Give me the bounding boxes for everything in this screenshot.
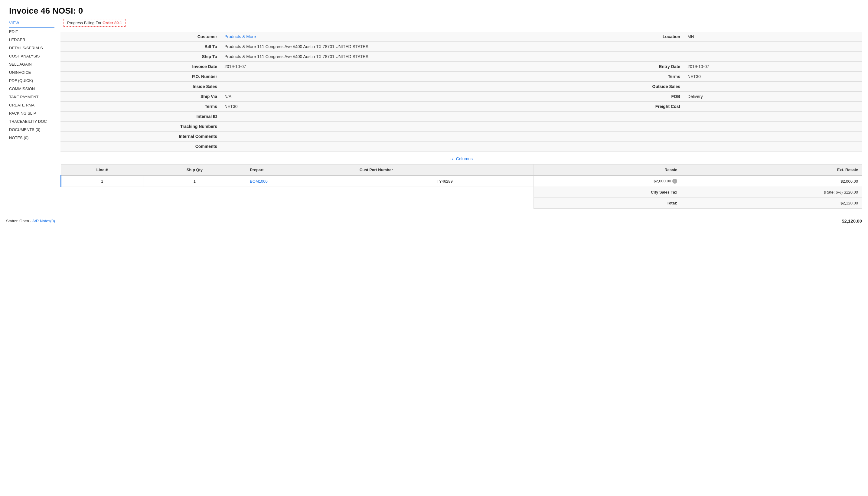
outside-sales-label: Outside Sales: [524, 82, 684, 92]
info-table: Customer Products & More Location MN Bil…: [61, 32, 862, 152]
ar-notes-link[interactable]: A/R Notes(0): [32, 219, 55, 223]
invoice-date-row: Invoice Date 2019-10-07 Entry Date 2019-…: [61, 62, 862, 72]
tracking-numbers-label: Tracking Numbers: [61, 122, 221, 131]
invoice-date-label: Invoice Date: [61, 62, 221, 72]
freight-cost-value: [684, 102, 862, 112]
page-title: Invoice 46 NOSI: 0: [0, 0, 868, 19]
total-row: Total: $2,120.00: [61, 198, 862, 209]
city-sales-tax-label: City Sales Tax: [534, 187, 681, 198]
terms-label: Terms: [61, 102, 221, 112]
sidebar-item-view[interactable]: VIEW: [9, 19, 55, 28]
ship-to-value: Products & More 111 Congress Ave #400 Au…: [221, 52, 862, 62]
progress-billing-badge[interactable]: Progress Billing For Order 89.1: [63, 19, 125, 27]
terms-top-value: NET30: [684, 72, 862, 82]
sidebar-item-sell-again[interactable]: SELL AGAIN: [9, 60, 55, 68]
tracking-numbers-value: [221, 122, 862, 131]
customer-link[interactable]: Products & More: [224, 34, 256, 39]
invoice-date-value: 2019-10-07: [221, 62, 524, 72]
inside-sales-label: Inside Sales: [61, 82, 221, 92]
sidebar-item-create-rma[interactable]: CREATE RMA: [9, 101, 55, 109]
table-header-ship-qty: Ship Qty: [143, 165, 246, 176]
bill-to-row: Bill To Products & More 111 Congress Ave…: [61, 42, 862, 52]
internal-id-label: Internal ID: [61, 112, 221, 122]
sidebar: VIEWEDITLEDGERDETAILS/SERIALSCOST ANALYS…: [0, 19, 55, 142]
sidebar-item-packing-slip[interactable]: PACKING SLIP: [9, 109, 55, 117]
ship-via-row: Ship Via N/A FOB Delivery: [61, 92, 862, 102]
comments-value: [221, 141, 862, 152]
table-header-ext--resale: Ext. Resale: [681, 165, 862, 176]
sidebar-item-pdf--quick-[interactable]: PDF (QUICK): [9, 77, 55, 85]
internal-comments-value: [221, 131, 862, 141]
terms-row: Terms NET30 Freight Cost: [61, 102, 862, 112]
inside-sales-value: [221, 82, 524, 92]
entry-date-value: 2019-10-07: [684, 62, 862, 72]
internal-comments-row: Internal Comments: [61, 131, 862, 141]
location-label: Location: [524, 32, 684, 42]
info-icon[interactable]: i: [672, 179, 677, 184]
po-number-value: [221, 72, 524, 82]
sidebar-item-details-serials[interactable]: DETAILS/SERIALS: [9, 44, 55, 52]
total-value: $2,120.00: [681, 198, 862, 209]
table-header-prcpart: Prcpart: [246, 165, 356, 176]
columns-link[interactable]: +/- Columns: [61, 156, 862, 161]
ship-to-row: Ship To Products & More 111 Congress Ave…: [61, 52, 862, 62]
grand-total: $2,120.00: [842, 218, 862, 223]
sidebar-item-edit[interactable]: EDIT: [9, 28, 55, 36]
inside-outside-sales-row: Inside Sales Outside Sales: [61, 82, 862, 92]
ship-via-label: Ship Via: [61, 92, 221, 102]
table-header-resale: Resale: [534, 165, 681, 176]
prcpart-link[interactable]: BOM1000: [250, 179, 268, 184]
sidebar-item-notes--0-[interactable]: NOTES (0): [9, 134, 55, 142]
main-content: Progress Billing For Order 89.1 Customer…: [55, 19, 868, 215]
sidebar-item-ledger[interactable]: LEDGER: [9, 36, 55, 44]
data-table: Line #Ship QtyPrcpartCust Part NumberRes…: [61, 164, 862, 209]
table-row: 11BOM1000TY46289$2,000.00i$2,000.00: [61, 175, 862, 187]
terms-value: NET30: [221, 102, 524, 112]
internal-comments-label: Internal Comments: [61, 131, 221, 141]
internal-id-value: [221, 112, 862, 122]
table-cell-2: BOM1000: [246, 175, 356, 187]
fob-label: FOB: [524, 92, 684, 102]
table-cell-5: $2,000.00: [681, 175, 862, 187]
sidebar-item-take-payment[interactable]: TAKE PAYMENT: [9, 93, 55, 101]
order-link[interactable]: Order 89.1: [103, 20, 122, 25]
progress-billing-text: Progress Billing For: [67, 20, 103, 25]
sidebar-item-documents--0-[interactable]: DOCUMENTS (0): [9, 125, 55, 134]
comments-row: Comments: [61, 141, 862, 152]
customer-value: Products & More: [221, 32, 524, 42]
top-bar: Progress Billing For Order 89.1: [61, 19, 862, 30]
table-header-row: Line #Ship QtyPrcpartCust Part NumberRes…: [61, 165, 862, 176]
city-sales-tax-row: City Sales Tax (Rate: 6%) $120.00: [61, 187, 862, 198]
customer-label: Customer: [61, 32, 221, 42]
customer-row: Customer Products & More Location MN: [61, 32, 862, 42]
sidebar-item-cost-analysis[interactable]: COST ANALYSIS: [9, 52, 55, 60]
internal-id-row: Internal ID: [61, 112, 862, 122]
comments-label: Comments: [61, 141, 221, 152]
terms-top-label: Terms: [524, 72, 684, 82]
status-left: Status: Open - A/R Notes(0): [6, 219, 55, 223]
total-label: Total:: [534, 198, 681, 209]
location-value: MN: [684, 32, 862, 42]
table-cell-0: 1: [61, 175, 143, 187]
sidebar-item-traceability-doc[interactable]: TRACEABILITY DOC: [9, 117, 55, 125]
ship-to-label: Ship To: [61, 52, 221, 62]
table-cell-4: $2,000.00i: [534, 175, 681, 187]
entry-date-label: Entry Date: [524, 62, 684, 72]
po-number-label: P.O. Number: [61, 72, 221, 82]
bill-to-value: Products & More 111 Congress Ave #400 Au…: [221, 42, 862, 52]
outside-sales-value: [684, 82, 862, 92]
freight-cost-label: Freight Cost: [524, 102, 684, 112]
tracking-numbers-row: Tracking Numbers: [61, 122, 862, 131]
po-number-row: P.O. Number Terms NET30: [61, 72, 862, 82]
ship-via-value: N/A: [221, 92, 524, 102]
sidebar-item-uninvoice[interactable]: UNINVOICE: [9, 68, 55, 77]
city-sales-tax-value: (Rate: 6%) $120.00: [681, 187, 862, 198]
table-cell-1: 1: [143, 175, 246, 187]
status-bar: Status: Open - A/R Notes(0) $2,120.00: [0, 215, 868, 227]
fob-value: Delivery: [684, 92, 862, 102]
status-text: Status: Open -: [6, 219, 32, 223]
bill-to-label: Bill To: [61, 42, 221, 52]
sidebar-item-commission[interactable]: COMMISSION: [9, 85, 55, 93]
table-header-line--: Line #: [61, 165, 143, 176]
table-header-cust-part-number: Cust Part Number: [356, 165, 533, 176]
